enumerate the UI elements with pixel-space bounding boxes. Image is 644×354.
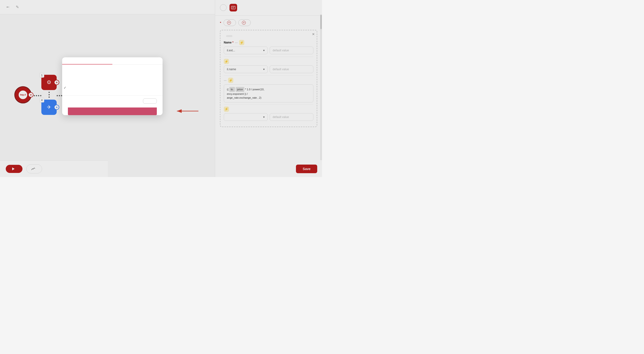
calc-red-bar <box>68 107 157 115</box>
calc-footer <box>62 95 162 107</box>
calc-options: ✓ <box>62 65 162 95</box>
check-icon: ✓ <box>62 86 66 90</box>
close-dropdown-button[interactable] <box>143 98 157 104</box>
calc-option-string[interactable] <box>62 76 162 84</box>
tab-option-mapping[interactable] <box>112 57 162 64</box>
calc-option-default[interactable] <box>62 68 162 76</box>
calc-dropdown: ✓ <box>62 57 162 115</box>
tab-calculation-type[interactable] <box>62 57 112 64</box>
calc-tabs <box>62 57 162 65</box>
calc-option-formula[interactable]: ✓ <box>62 84 162 91</box>
